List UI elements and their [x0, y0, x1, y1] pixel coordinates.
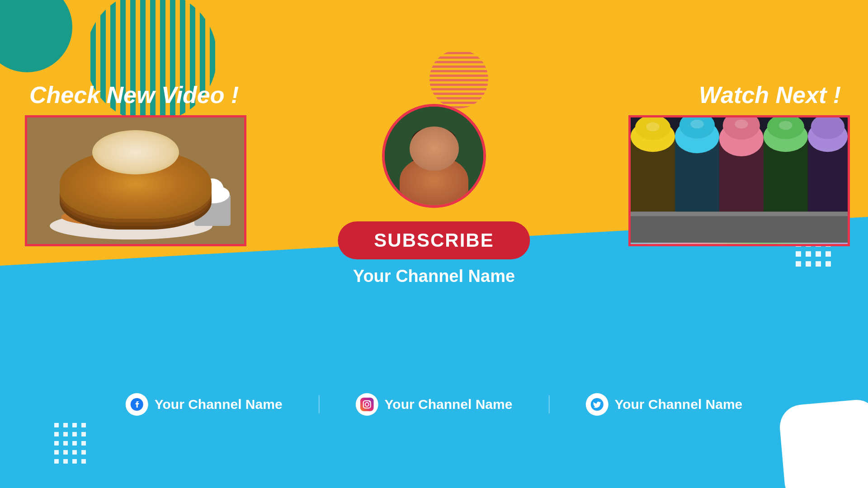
svg-rect-61 — [54, 432, 59, 436]
separator-2 — [548, 395, 549, 413]
svg-point-3 — [61, 207, 201, 227]
svg-point-35 — [735, 120, 748, 129]
svg-point-46 — [424, 159, 431, 164]
separator-1 — [319, 395, 320, 413]
white-rect-decoration — [778, 398, 868, 488]
svg-point-47 — [437, 159, 444, 164]
svg-point-39 — [402, 167, 466, 208]
instagram-social-item[interactable]: Your Channel Name — [356, 393, 513, 416]
facebook-icon — [126, 393, 148, 416]
svg-rect-60 — [81, 423, 86, 427]
svg-point-55 — [369, 401, 370, 403]
svg-rect-95 — [816, 261, 821, 267]
svg-rect-64 — [81, 432, 86, 436]
ice-cream-image — [631, 117, 848, 244]
svg-point-49 — [442, 178, 461, 193]
svg-rect-57 — [54, 423, 59, 427]
coral-circle-inner — [429, 50, 488, 108]
svg-rect-91 — [816, 251, 821, 257]
svg-rect-63 — [72, 432, 77, 436]
check-new-video-heading: Check New Video ! — [29, 81, 239, 108]
svg-rect-44 — [447, 143, 455, 169]
svg-rect-32 — [631, 211, 848, 216]
svg-point-9 — [113, 175, 131, 195]
svg-rect-96 — [826, 261, 831, 267]
twitter-label: Your Channel Name — [614, 397, 742, 412]
twitter-social-item[interactable]: Your Channel Name — [585, 393, 742, 416]
svg-rect-94 — [806, 261, 811, 267]
social-links-section: Your Channel Name Your Channel Name — [126, 393, 743, 416]
left-video-thumbnail[interactable] — [25, 115, 246, 246]
coral-circle-decoration — [429, 50, 488, 108]
svg-point-4 — [66, 195, 197, 213]
svg-rect-52 — [360, 398, 374, 411]
right-video-thumbnail[interactable] — [628, 115, 850, 246]
svg-point-8 — [201, 178, 224, 201]
svg-rect-59 — [72, 423, 77, 427]
svg-point-48 — [407, 178, 427, 193]
svg-rect-65 — [54, 441, 59, 446]
svg-point-41 — [414, 139, 455, 186]
instagram-label: Your Channel Name — [385, 397, 513, 412]
svg-point-34 — [690, 120, 703, 129]
svg-point-42 — [413, 128, 456, 158]
svg-point-45 — [412, 127, 457, 153]
pancake-svg — [27, 117, 244, 244]
svg-rect-76 — [81, 459, 86, 464]
svg-point-10 — [128, 178, 143, 191]
pancake-image — [27, 117, 244, 244]
profile-avatar — [382, 104, 486, 208]
svg-rect-43 — [413, 143, 421, 169]
instagram-icon — [356, 393, 378, 416]
svg-rect-68 — [81, 441, 86, 446]
svg-rect-89 — [796, 251, 801, 257]
svg-rect-58 — [63, 423, 68, 427]
svg-rect-74 — [63, 459, 68, 464]
svg-point-13 — [108, 196, 109, 197]
svg-rect-90 — [806, 251, 811, 257]
pancake-visual — [27, 117, 244, 244]
svg-rect-70 — [63, 450, 68, 455]
dot-grid-bottom-left — [54, 423, 113, 470]
ice-cream-svg — [631, 115, 848, 244]
svg-point-36 — [779, 121, 792, 130]
svg-rect-67 — [72, 441, 77, 446]
watch-next-heading: Watch Next ! — [699, 81, 841, 108]
twitter-icon — [585, 393, 608, 416]
svg-rect-40 — [428, 170, 440, 183]
svg-point-5 — [70, 185, 192, 202]
profile-svg — [385, 104, 483, 208]
facebook-social-item[interactable]: Your Channel Name — [126, 393, 283, 416]
facebook-label: Your Channel Name — [155, 397, 283, 412]
svg-point-33 — [646, 122, 659, 131]
channel-name-center: Your Channel Name — [353, 267, 515, 286]
svg-rect-71 — [72, 450, 77, 455]
svg-rect-31 — [631, 211, 848, 243]
svg-rect-69 — [54, 450, 59, 455]
subscribe-button[interactable]: SUBSCRIBE — [338, 221, 530, 259]
svg-point-30 — [811, 115, 844, 139]
svg-point-11 — [117, 191, 118, 193]
profile-image — [385, 107, 483, 205]
svg-point-50 — [402, 179, 466, 208]
svg-rect-38 — [385, 107, 483, 205]
svg-point-12 — [144, 189, 146, 191]
svg-rect-92 — [826, 251, 831, 257]
svg-rect-93 — [796, 261, 801, 267]
svg-rect-66 — [63, 441, 68, 446]
svg-rect-72 — [81, 450, 86, 455]
svg-rect-75 — [72, 459, 77, 464]
svg-rect-62 — [63, 432, 68, 436]
svg-rect-73 — [54, 459, 59, 464]
